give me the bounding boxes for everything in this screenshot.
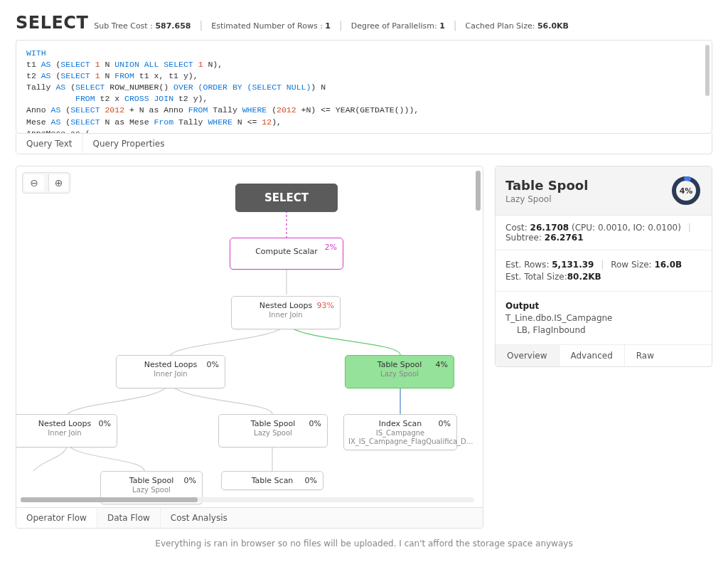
- plan-canvas[interactable]: ⊖ ⊕ SELECT: [16, 166, 483, 529]
- zoom-in-button[interactable]: ⊕: [48, 174, 68, 191]
- node-index-scan[interactable]: Index Scan IS_Campagne IX_IS_Campagne_Fl…: [343, 414, 457, 450]
- tab-operator-flow[interactable]: Operator Flow: [16, 508, 97, 528]
- stat-rows: Estimated Number of Rows : 1: [211, 21, 331, 31]
- tab-advanced[interactable]: Advanced: [559, 345, 624, 366]
- sql-panel[interactable]: WITH t1 AS (SELECT 1 N UNION ALL SELECT …: [16, 40, 712, 134]
- plan-scrollbar-vertical[interactable]: [476, 171, 481, 211]
- zoom-in-icon: ⊕: [55, 177, 63, 189]
- sql-tabs: Query Text Query Properties: [16, 134, 712, 154]
- node-table-spool-mid[interactable]: Table Spool Lazy Spool 0%: [218, 414, 328, 447]
- sql-content: WITH t1 AS (SELECT 1 N UNION ALL SELECT …: [26, 48, 702, 134]
- header-stats: SELECT Sub Tree Cost : 587.658 | Estimat…: [16, 13, 712, 33]
- tab-cost-analysis[interactable]: Cost Analysis: [160, 508, 237, 528]
- detail-tabs: Overview Advanced Raw: [496, 345, 712, 366]
- node-nested-loops-mid[interactable]: Nested Loops Inner Join 0%: [116, 355, 225, 388]
- node-compute-scalar[interactable]: Compute Scalar 2%: [230, 238, 343, 270]
- tab-overview[interactable]: Overview: [496, 345, 559, 366]
- zoom-out-icon: ⊖: [30, 177, 38, 189]
- stat-dop: Degree of Parallelism: 1: [351, 21, 445, 31]
- page-title: SELECT: [16, 13, 88, 33]
- sql-scrollbar[interactable]: [705, 45, 710, 96]
- cost-donut: 4%: [670, 175, 702, 206]
- footer-note: Everything is ran in browser so no files…: [16, 539, 712, 549]
- detail-cost-row: Cost: 26.1708 (CPU: 0.0010, IO: 0.0100) …: [496, 216, 712, 250]
- stat-cached: Cached Plan Size: 56.0KB: [466, 21, 569, 31]
- plan-scrollbar-horizontal-thumb[interactable]: [21, 497, 198, 502]
- node-nested-loops-top[interactable]: Nested Loops Inner Join 93%: [231, 296, 341, 329]
- detail-rows-row: Est. Rows: 5,131.39 | Row Size: 16.0B Es…: [496, 250, 712, 292]
- detail-output: Output T_Line.dbo.IS_Campagne LB, FlagIn…: [496, 292, 712, 345]
- tab-query-text[interactable]: Query Text: [16, 134, 82, 154]
- zoom-out-button[interactable]: ⊖: [24, 174, 44, 191]
- node-nested-loops-bl[interactable]: Nested Loops Inner Join 0%: [16, 414, 117, 447]
- zoom-toolbar: ⊖ ⊕: [22, 172, 70, 194]
- tab-data-flow[interactable]: Data Flow: [97, 508, 160, 528]
- plan-scrollbar-horizontal-track[interactable]: [21, 497, 474, 502]
- node-table-scan[interactable]: Table Scan 0%: [221, 471, 323, 490]
- node-table-spool-selected[interactable]: Table Spool Lazy Spool 4%: [345, 355, 454, 388]
- detail-subtitle: Lazy Spool: [505, 194, 588, 204]
- stat-subtree: Sub Tree Cost : 587.658: [94, 21, 191, 31]
- tab-raw[interactable]: Raw: [624, 345, 665, 366]
- node-select[interactable]: SELECT: [235, 184, 338, 212]
- detail-panel: Table Spool Lazy Spool 4% Cost: 26.1708 …: [495, 166, 712, 367]
- detail-title: Table Spool: [505, 178, 588, 193]
- plan-tabs: Operator Flow Data Flow Cost Analysis: [16, 507, 483, 528]
- tab-query-properties[interactable]: Query Properties: [82, 134, 175, 154]
